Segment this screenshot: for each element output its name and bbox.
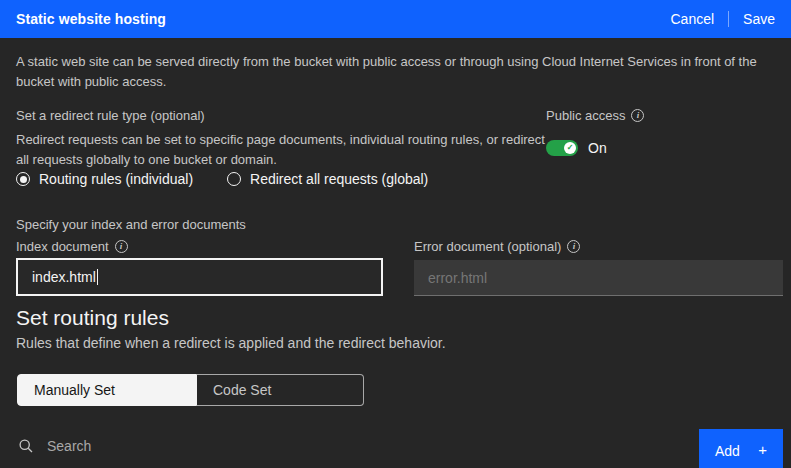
intro-text: A static web site can be served directly… [16, 52, 768, 92]
documents-section-label: Specify your index and error documents [16, 217, 246, 232]
static-website-hosting-panel: Static website hosting Cancel Save A sta… [0, 0, 791, 468]
header-divider [728, 11, 729, 27]
error-document-input[interactable] [414, 260, 783, 296]
save-button[interactable]: Save [743, 11, 775, 27]
radio-selected-icon [16, 172, 30, 186]
index-document-label: Index document [16, 239, 109, 254]
tab-manually-set[interactable]: Manually Set [17, 374, 197, 406]
page-title: Static website hosting [16, 11, 166, 27]
tab-code-set[interactable]: Code Set [197, 374, 364, 406]
error-document-label-row: Error document (optional) i [414, 239, 580, 254]
public-access-state: On [588, 140, 607, 156]
rule-set-switcher: Manually Set Code Set [17, 374, 364, 406]
radio-label: Redirect all requests (global) [250, 171, 428, 187]
radio-unselected-icon [227, 172, 241, 186]
public-access-label-row: Public access i [546, 108, 644, 123]
rules-search-row [18, 438, 347, 454]
text-caret [97, 269, 99, 285]
search-icon [18, 438, 34, 454]
index-document-input[interactable]: index.html [16, 258, 383, 296]
cancel-button[interactable]: Cancel [670, 11, 714, 27]
public-access-toggle[interactable]: ✓ [546, 140, 578, 156]
public-access-section: Public access i ✓ On [546, 108, 644, 156]
info-icon[interactable]: i [115, 240, 128, 253]
header-actions: Cancel Save [670, 11, 775, 27]
routing-rules-subtitle: Rules that define when a redirect is app… [16, 335, 446, 351]
redirect-rule-type-description: Redirect requests can be set to specific… [16, 130, 548, 170]
radio-redirect-all-requests-global[interactable]: Redirect all requests (global) [227, 171, 428, 187]
radio-routing-rules-individual[interactable]: Routing rules (individual) [16, 171, 193, 187]
radio-label: Routing rules (individual) [39, 171, 193, 187]
error-document-label: Error document (optional) [414, 239, 561, 254]
index-document-value: index.html [32, 269, 96, 285]
plus-icon: + [758, 443, 767, 457]
info-icon[interactable]: i [631, 109, 644, 122]
redirect-rule-type-options: Routing rules (individual) Redirect all … [16, 171, 428, 187]
add-button-label: Add [715, 443, 740, 459]
redirect-rule-type-label: Set a redirect rule type (optional) [16, 108, 205, 123]
public-access-toggle-row: ✓ On [546, 140, 644, 156]
panel-header: Static website hosting Cancel Save [0, 0, 791, 38]
index-document-label-row: Index document i [16, 239, 128, 254]
toggle-check-icon: ✓ [564, 142, 576, 154]
search-input[interactable] [47, 438, 347, 454]
public-access-label: Public access [546, 108, 625, 123]
info-icon[interactable]: i [567, 240, 580, 253]
add-rule-button[interactable]: Add + [699, 429, 783, 468]
routing-rules-title: Set routing rules [16, 306, 169, 330]
